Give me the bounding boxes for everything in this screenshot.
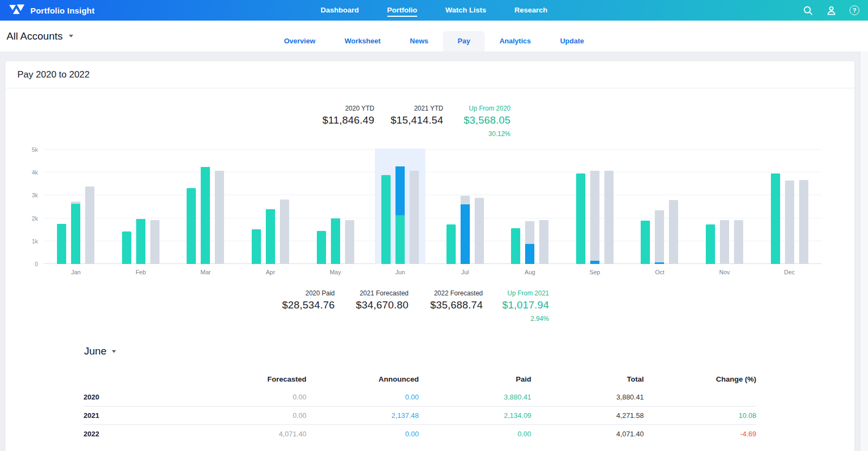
bar-2020-paid[interactable] <box>576 173 585 264</box>
bar-2020-paid[interactable] <box>57 224 66 264</box>
pay-table: Forecasted Announced Paid Total Change (… <box>84 370 756 443</box>
stat-label: 2022 Forecasted <box>409 289 483 297</box>
table-header-paid: Paid <box>419 375 531 383</box>
bar-2022-forecasted[interactable] <box>85 186 94 264</box>
pay-table-body: 20200.000.003,880.413,880.4120210.002,13… <box>84 388 756 443</box>
stat-2021-ytd: 2021 YTD $15,414.54 <box>374 105 443 138</box>
chevron-down-icon <box>69 35 73 37</box>
segment-2021-forecasted <box>525 221 534 244</box>
search-icon[interactable] <box>803 5 813 16</box>
bar-2021-stack[interactable] <box>71 150 80 264</box>
tab-news[interactable]: News <box>395 31 443 51</box>
stat-label: 2020 Paid <box>260 289 335 297</box>
nav-dashboard[interactable]: Dashboard <box>321 4 359 17</box>
chart-group-jan[interactable] <box>43 150 108 264</box>
chart-group-sep[interactable] <box>563 150 628 264</box>
bar-2022-forecasted[interactable] <box>669 200 678 264</box>
bar-2021-stack[interactable] <box>655 150 664 264</box>
bar-2022-forecasted[interactable] <box>734 220 743 264</box>
bar-2022-forecasted[interactable] <box>475 198 484 264</box>
y-axis-tick-2k: 2k <box>18 215 38 222</box>
segment-2021-announced <box>461 204 470 264</box>
tab-analytics[interactable]: Analytics <box>485 31 546 51</box>
bar-2021-stack[interactable] <box>201 150 210 264</box>
bar-2020-paid[interactable] <box>187 188 196 264</box>
stat-percent: 2.94% <box>483 315 549 323</box>
nav-research[interactable]: Research <box>514 4 547 17</box>
chart-groups <box>43 150 822 264</box>
account-icon[interactable] <box>826 5 837 16</box>
nav-watch-lists[interactable]: Watch Lists <box>445 4 486 17</box>
stat-label: 2021 YTD <box>374 105 443 112</box>
bar-2022-forecasted[interactable] <box>410 171 419 264</box>
bar-2021-stack[interactable] <box>461 150 470 264</box>
x-axis-label-apr: Apr <box>238 269 303 275</box>
row-year-label: 2022 <box>84 430 137 438</box>
tab-overview[interactable]: Overview <box>269 31 330 51</box>
chart-group-mar[interactable] <box>173 150 238 264</box>
bar-2022-forecasted[interactable] <box>215 171 224 264</box>
brand[interactable]: Portfolio Insight <box>9 3 94 17</box>
bar-2022-forecasted[interactable] <box>280 199 289 264</box>
bar-2021-stack[interactable] <box>266 150 275 264</box>
stat-value: $11,846.49 <box>304 114 374 126</box>
tab-pay[interactable]: Pay <box>443 31 485 51</box>
stat-label: 2020 YTD <box>304 105 374 112</box>
bar-2021-stack[interactable] <box>590 150 599 264</box>
chart-group-nov[interactable] <box>692 150 757 264</box>
bar-2022-forecasted[interactable] <box>150 220 159 264</box>
bar-2020-paid[interactable] <box>771 173 780 264</box>
x-axis-label-sep: Sep <box>563 269 628 275</box>
stat-up-from-2021: Up From 2021 $1,017.94 2.94% <box>483 289 549 323</box>
bar-2021-stack[interactable] <box>331 150 340 264</box>
app-title: Portfolio Insight <box>30 6 94 15</box>
cell-forecasted: 0.00 <box>137 411 306 420</box>
cell-total: 4,071.40 <box>531 430 643 438</box>
cell-paid: 3,880.41 <box>419 393 531 401</box>
chart-group-aug[interactable] <box>497 150 563 264</box>
bar-2021-stack[interactable] <box>785 150 794 264</box>
chart-group-apr[interactable] <box>238 150 303 264</box>
bar-2020-paid[interactable] <box>641 221 650 264</box>
bar-2022-forecasted[interactable] <box>345 220 354 264</box>
cell-announced: 0.00 <box>307 430 419 438</box>
bar-2020-paid[interactable] <box>252 229 261 264</box>
month-selector-dropdown[interactable]: June <box>84 345 854 357</box>
bar-2022-forecasted[interactable] <box>604 171 614 264</box>
stat-percent <box>335 315 409 323</box>
bar-2020-paid[interactable] <box>381 175 391 264</box>
stat-2021-forecasted: 2021 Forecasted $34,670.80 <box>335 289 409 323</box>
bar-2020-paid[interactable] <box>317 231 326 264</box>
bar-2020-paid[interactable] <box>511 228 520 264</box>
tab-worksheet[interactable]: Worksheet <box>330 31 395 51</box>
chart-group-jul[interactable] <box>432 150 497 264</box>
chart-group-dec[interactable] <box>757 150 822 264</box>
tab-update[interactable]: Update <box>545 31 598 51</box>
bar-2020-paid[interactable] <box>446 224 456 264</box>
chart-group-jun[interactable] <box>368 150 433 264</box>
chart-group-oct[interactable] <box>627 150 692 264</box>
bar-2022-forecasted[interactable] <box>539 220 548 264</box>
chart-group-feb[interactable] <box>108 150 174 264</box>
page-scrollbar[interactable] <box>860 21 868 451</box>
pay-bar-chart: 01k2k3k4k5k <box>43 150 822 264</box>
chart-group-may[interactable] <box>303 150 368 264</box>
top-nav-bar: Portfolio Insight Dashboard Portfolio Wa… <box>0 0 868 21</box>
bar-2020-paid[interactable] <box>706 224 715 264</box>
stat-percent <box>374 130 443 138</box>
x-axis-label-may: May <box>303 269 368 275</box>
bar-2021-stack[interactable] <box>525 150 534 264</box>
nav-portfolio[interactable]: Portfolio <box>387 4 417 17</box>
bar-2021-stack[interactable] <box>395 150 405 264</box>
cell-announced: 0.00 <box>307 393 419 401</box>
y-axis-tick-4k: 4k <box>18 169 38 176</box>
account-selector-dropdown[interactable]: All Accounts <box>7 30 73 42</box>
bar-2021-stack[interactable] <box>720 150 729 264</box>
help-icon[interactable]: ? <box>850 5 859 15</box>
bar-2022-forecasted[interactable] <box>799 180 808 264</box>
bar-2021-stack[interactable] <box>136 150 145 264</box>
segment-2021-announced <box>395 166 405 215</box>
table-row-2021: 20210.002,137.482,134.094,271.5810.08 <box>84 406 756 424</box>
app-logo-icon <box>9 3 25 17</box>
bar-2020-paid[interactable] <box>122 231 131 264</box>
